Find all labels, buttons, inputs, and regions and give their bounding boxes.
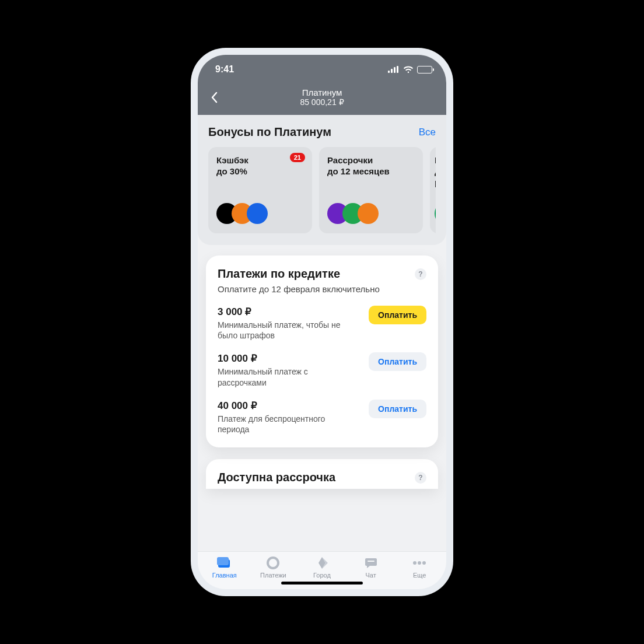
tab-home[interactable]: Главная xyxy=(200,556,249,579)
phone-screen: 9:41 Платинум 85 000,21 ₽ Бонусы по П xyxy=(198,55,446,589)
tab-label: Чат xyxy=(365,572,376,579)
payment-row: 3 000 ₽ Минимальный платеж, чтобы не был… xyxy=(218,306,426,341)
bonuses-section: Бонусы по Платинум Все 21 Кэшбэкдо 30% Р… xyxy=(198,115,446,245)
wifi-icon xyxy=(403,66,414,74)
payment-amount: 10 000 ₽ xyxy=(218,352,346,365)
svg-rect-1 xyxy=(217,557,229,565)
page-balance: 85 000,21 ₽ xyxy=(207,97,437,107)
dots-icon xyxy=(412,556,427,569)
chat-icon xyxy=(363,556,379,569)
header: Платинум 85 000,21 ₽ xyxy=(198,84,446,115)
tab-chat[interactable]: Чат xyxy=(346,556,396,579)
payment-amount: 3 000 ₽ xyxy=(218,306,346,318)
tab-payments[interactable]: Платежи xyxy=(249,556,298,579)
svg-point-6 xyxy=(422,561,426,565)
payment-desc: Минимальный платеж, чтобы не было штрафо… xyxy=(218,320,346,341)
tab-more[interactable]: Еще xyxy=(395,556,444,579)
tab-label: Главная xyxy=(212,572,237,579)
pay-button-primary[interactable]: Оплатить xyxy=(369,306,426,324)
diamond-icon xyxy=(314,556,330,569)
help-icon[interactable]: ? xyxy=(415,472,426,484)
bonus-text: Рассрочкидо 12 месяцев xyxy=(327,155,415,177)
home-indicator[interactable] xyxy=(281,582,363,584)
bonus-card-installments[interactable]: Рассрочкидо 12 месяцев xyxy=(319,147,423,233)
pay-button-secondary[interactable]: Оплатить xyxy=(369,352,426,371)
svg-point-2 xyxy=(268,558,278,568)
bonuses-title: Бонусы по Платинум xyxy=(208,125,331,139)
bonus-cards-row[interactable]: 21 Кэшбэкдо 30% Рассрочкидо 12 месяцев К… xyxy=(208,147,436,233)
bonus-dots xyxy=(435,203,436,224)
tab-label: Платежи xyxy=(260,572,286,579)
phone-frame: 9:41 Платинум 85 000,21 ₽ Бонусы по П xyxy=(191,48,453,596)
bonus-card-cashback[interactable]: 21 Кэшбэкдо 30% xyxy=(208,147,312,233)
tab-label: Еще xyxy=(413,572,426,579)
status-time: 9:41 xyxy=(215,64,234,75)
payment-row: 10 000 ₽ Минимальный платеж с рассрочкам… xyxy=(218,352,426,387)
tab-label: Город xyxy=(313,572,331,579)
svg-point-4 xyxy=(413,561,416,565)
badge-count: 21 xyxy=(290,153,305,162)
card-icon xyxy=(217,556,232,569)
bonuses-all-link[interactable]: Все xyxy=(419,127,436,138)
payment-amount: 40 000 ₽ xyxy=(218,400,346,412)
payment-row: 40 000 ₽ Платеж для беспроцентного перио… xyxy=(218,400,426,435)
payment-desc: Платеж для беспроцентного периода xyxy=(218,414,346,435)
battery-icon xyxy=(417,66,432,74)
status-bar: 9:41 xyxy=(198,55,446,84)
payments-card: Платежи по кредитке ? Оплатите до 12 фев… xyxy=(206,256,438,447)
tab-city[interactable]: Город xyxy=(298,556,346,579)
svg-point-5 xyxy=(418,561,421,565)
circle-icon xyxy=(265,556,281,569)
status-icons xyxy=(388,66,432,74)
pay-button-secondary[interactable]: Оплатить xyxy=(369,400,426,418)
signal-icon xyxy=(388,66,400,73)
bonus-text: Кдр xyxy=(435,155,436,188)
payments-subtitle: Оплатите до 12 февраля включительно xyxy=(218,284,426,294)
help-icon[interactable]: ? xyxy=(415,268,426,280)
installment-card[interactable]: Доступна рассрочка ? xyxy=(206,459,438,489)
bonus-dots xyxy=(216,203,304,224)
payment-desc: Минимальный платеж с рассрочками xyxy=(218,366,346,387)
header-titles: Платинум 85 000,21 ₽ xyxy=(207,88,437,107)
bonus-dots xyxy=(327,203,415,224)
svg-rect-3 xyxy=(368,561,374,562)
payments-title: Платежи по кредитке xyxy=(218,267,340,281)
page-title: Платинум xyxy=(207,88,437,97)
content: Бонусы по Платинум Все 21 Кэшбэкдо 30% Р… xyxy=(198,115,446,551)
installment-title: Доступна рассрочка xyxy=(218,471,335,484)
bonus-card-peek[interactable]: Кдр xyxy=(430,147,436,233)
